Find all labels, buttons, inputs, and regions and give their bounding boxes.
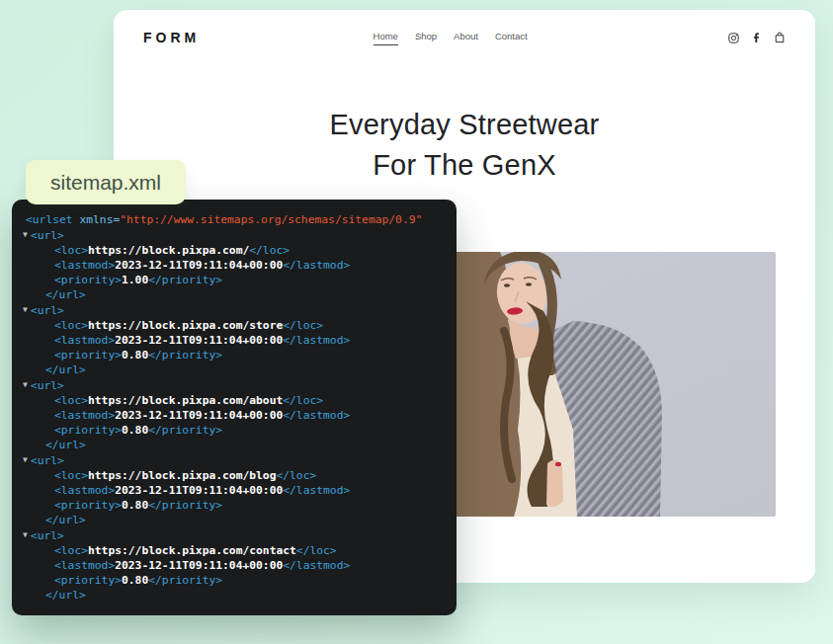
code-line: <loc>https://block.pixpa.com/about</loc> [22,393,451,408]
code-content: <urlset xmlns="http://www.sitemaps.org/s… [22,212,451,603]
cart-button[interactable] [774,32,786,43]
nav-link-about[interactable]: About [454,31,478,45]
code-line: <lastmod>2023-12-11T09:11:04+00:00</last… [22,408,451,423]
code-line: <loc>https://block.pixpa.com/</loc> [22,243,451,258]
code-line: <priority>0.80</priority> [22,348,451,362]
site-logo[interactable]: FORM [143,30,200,45]
code-line: ▼<url> [22,302,451,318]
code-line: <loc>https://block.pixpa.com/contact</lo… [22,543,451,558]
nav-link-contact[interactable]: Contact [495,31,528,45]
code-line: <priority>0.80</priority> [22,573,451,588]
code-line: <lastmod>2023-12-11T09:11:04+00:00</last… [22,483,451,498]
canvas: FORM HomeShopAboutContact [0,0,833,644]
facebook-button[interactable] [751,32,762,43]
instagram-icon [728,33,739,43]
code-line: <priority>0.80</priority> [22,423,451,438]
code-line: <lastmod>2023-12-11T09:11:04+00:00</last… [22,333,451,348]
code-line: ▼<url> [22,377,451,393]
code-line: ▼<url> [22,227,451,243]
hero-title-line2: For The GenX [114,145,815,186]
facebook-icon [751,32,762,43]
instagram-button[interactable] [728,33,739,43]
code-line: <priority>1.00</priority> [22,273,451,287]
code-line: <priority>0.80</priority> [22,498,451,513]
nav-link-shop[interactable]: Shop [415,31,437,45]
code-line: </url> [22,438,451,452]
code-line: </url> [22,513,451,527]
nav-link-home[interactable]: Home [374,31,398,45]
file-name-tab: sitemap.xml [26,160,186,204]
code-line: ▼<url> [22,452,451,468]
code-line: <loc>https://block.pixpa.com/blog</loc> [22,468,451,483]
code-line: <urlset xmlns="http://www.sitemaps.org/s… [22,212,451,227]
code-line: ▼<url> [22,527,451,543]
code-line: </url> [22,287,451,302]
code-line: <lastmod>2023-12-11T09:11:04+00:00</last… [22,558,451,573]
site-header: FORM HomeShopAboutContact [114,10,815,45]
code-line: </url> [22,362,451,377]
code-line: <loc>https://block.pixpa.com/store</loc> [22,318,451,333]
shopping-bag-icon [774,32,786,43]
hero-title: Everyday Streetwear For The GenX [114,105,815,186]
main-nav: HomeShopAboutContact [374,31,528,45]
hero-title-line1: Everyday Streetwear [114,105,815,145]
social-links [728,32,786,43]
code-line: </url> [22,588,451,603]
code-line: <lastmod>2023-12-11T09:11:04+00:00</last… [22,258,451,273]
sitemap-code-panel: <urlset xmlns="http://www.sitemaps.org/s… [12,200,457,615]
